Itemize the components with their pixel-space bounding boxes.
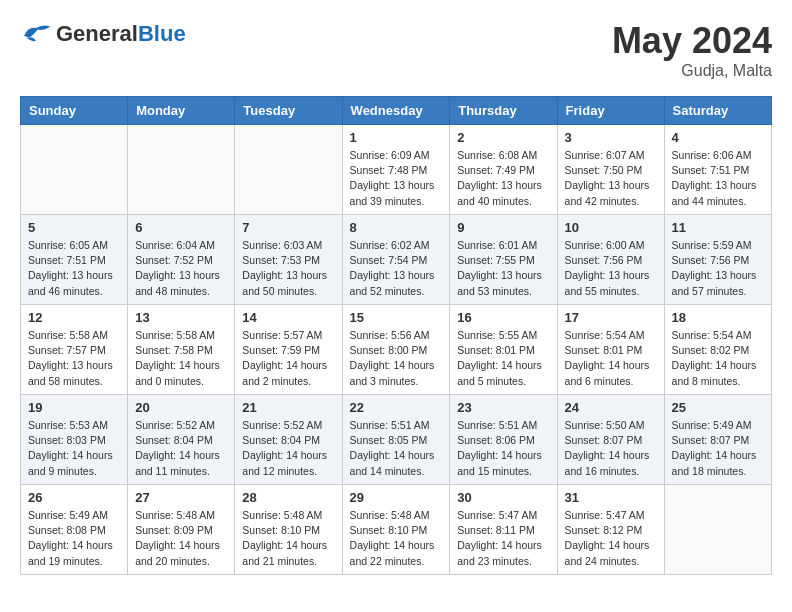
day-number: 13 <box>135 310 227 325</box>
calendar-week-row: 19Sunrise: 5:53 AM Sunset: 8:03 PM Dayli… <box>21 395 772 485</box>
day-number: 6 <box>135 220 227 235</box>
calendar-cell: 27Sunrise: 5:48 AM Sunset: 8:09 PM Dayli… <box>128 485 235 575</box>
day-info: Sunrise: 5:47 AM Sunset: 8:11 PM Dayligh… <box>457 508 549 569</box>
day-info: Sunrise: 5:59 AM Sunset: 7:56 PM Dayligh… <box>672 238 764 299</box>
calendar-day-header: Thursday <box>450 97 557 125</box>
calendar-week-row: 5Sunrise: 6:05 AM Sunset: 7:51 PM Daylig… <box>21 215 772 305</box>
calendar-cell: 2Sunrise: 6:08 AM Sunset: 7:49 PM Daylig… <box>450 125 557 215</box>
day-number: 22 <box>350 400 443 415</box>
calendar-cell: 21Sunrise: 5:52 AM Sunset: 8:04 PM Dayli… <box>235 395 342 485</box>
day-info: Sunrise: 6:04 AM Sunset: 7:52 PM Dayligh… <box>135 238 227 299</box>
location-label: Gudja, Malta <box>612 62 772 80</box>
day-number: 24 <box>565 400 657 415</box>
logo-blue: Blue <box>138 21 186 46</box>
calendar-cell: 5Sunrise: 6:05 AM Sunset: 7:51 PM Daylig… <box>21 215 128 305</box>
day-info: Sunrise: 5:52 AM Sunset: 8:04 PM Dayligh… <box>135 418 227 479</box>
calendar-week-row: 26Sunrise: 5:49 AM Sunset: 8:08 PM Dayli… <box>21 485 772 575</box>
day-number: 7 <box>242 220 334 235</box>
calendar-day-header: Friday <box>557 97 664 125</box>
calendar-cell: 8Sunrise: 6:02 AM Sunset: 7:54 PM Daylig… <box>342 215 450 305</box>
day-number: 11 <box>672 220 764 235</box>
calendar-day-header: Monday <box>128 97 235 125</box>
calendar-table: SundayMondayTuesdayWednesdayThursdayFrid… <box>20 96 772 575</box>
day-info: Sunrise: 5:48 AM Sunset: 8:10 PM Dayligh… <box>242 508 334 569</box>
title-block: May 2024 Gudja, Malta <box>612 20 772 80</box>
day-number: 12 <box>28 310 120 325</box>
calendar-cell: 28Sunrise: 5:48 AM Sunset: 8:10 PM Dayli… <box>235 485 342 575</box>
day-number: 8 <box>350 220 443 235</box>
day-number: 26 <box>28 490 120 505</box>
calendar-cell: 10Sunrise: 6:00 AM Sunset: 7:56 PM Dayli… <box>557 215 664 305</box>
day-number: 20 <box>135 400 227 415</box>
day-info: Sunrise: 6:05 AM Sunset: 7:51 PM Dayligh… <box>28 238 120 299</box>
calendar-day-header: Tuesday <box>235 97 342 125</box>
day-number: 4 <box>672 130 764 145</box>
calendar-cell: 25Sunrise: 5:49 AM Sunset: 8:07 PM Dayli… <box>664 395 771 485</box>
calendar-cell: 4Sunrise: 6:06 AM Sunset: 7:51 PM Daylig… <box>664 125 771 215</box>
calendar-cell: 1Sunrise: 6:09 AM Sunset: 7:48 PM Daylig… <box>342 125 450 215</box>
day-info: Sunrise: 5:51 AM Sunset: 8:05 PM Dayligh… <box>350 418 443 479</box>
day-number: 21 <box>242 400 334 415</box>
day-number: 27 <box>135 490 227 505</box>
logo-text: GeneralBlue <box>56 21 186 47</box>
logo: GeneralBlue <box>20 20 186 48</box>
day-info: Sunrise: 5:54 AM Sunset: 8:02 PM Dayligh… <box>672 328 764 389</box>
day-info: Sunrise: 5:52 AM Sunset: 8:04 PM Dayligh… <box>242 418 334 479</box>
day-number: 25 <box>672 400 764 415</box>
day-number: 19 <box>28 400 120 415</box>
calendar-week-row: 12Sunrise: 5:58 AM Sunset: 7:57 PM Dayli… <box>21 305 772 395</box>
day-number: 1 <box>350 130 443 145</box>
calendar-cell: 12Sunrise: 5:58 AM Sunset: 7:57 PM Dayli… <box>21 305 128 395</box>
calendar-cell: 20Sunrise: 5:52 AM Sunset: 8:04 PM Dayli… <box>128 395 235 485</box>
day-number: 16 <box>457 310 549 325</box>
day-info: Sunrise: 5:58 AM Sunset: 7:58 PM Dayligh… <box>135 328 227 389</box>
day-info: Sunrise: 6:09 AM Sunset: 7:48 PM Dayligh… <box>350 148 443 209</box>
calendar-cell: 18Sunrise: 5:54 AM Sunset: 8:02 PM Dayli… <box>664 305 771 395</box>
calendar-header-row: SundayMondayTuesdayWednesdayThursdayFrid… <box>21 97 772 125</box>
day-info: Sunrise: 6:08 AM Sunset: 7:49 PM Dayligh… <box>457 148 549 209</box>
day-info: Sunrise: 6:07 AM Sunset: 7:50 PM Dayligh… <box>565 148 657 209</box>
calendar-cell: 31Sunrise: 5:47 AM Sunset: 8:12 PM Dayli… <box>557 485 664 575</box>
calendar-cell: 29Sunrise: 5:48 AM Sunset: 8:10 PM Dayli… <box>342 485 450 575</box>
calendar-cell: 30Sunrise: 5:47 AM Sunset: 8:11 PM Dayli… <box>450 485 557 575</box>
page-header: GeneralBlue May 2024 Gudja, Malta <box>20 20 772 80</box>
calendar-cell: 26Sunrise: 5:49 AM Sunset: 8:08 PM Dayli… <box>21 485 128 575</box>
calendar-cell: 23Sunrise: 5:51 AM Sunset: 8:06 PM Dayli… <box>450 395 557 485</box>
calendar-cell: 22Sunrise: 5:51 AM Sunset: 8:05 PM Dayli… <box>342 395 450 485</box>
calendar-cell: 13Sunrise: 5:58 AM Sunset: 7:58 PM Dayli… <box>128 305 235 395</box>
day-number: 10 <box>565 220 657 235</box>
day-info: Sunrise: 5:48 AM Sunset: 8:10 PM Dayligh… <box>350 508 443 569</box>
calendar-day-header: Saturday <box>664 97 771 125</box>
calendar-day-header: Sunday <box>21 97 128 125</box>
day-info: Sunrise: 5:49 AM Sunset: 8:07 PM Dayligh… <box>672 418 764 479</box>
day-info: Sunrise: 6:02 AM Sunset: 7:54 PM Dayligh… <box>350 238 443 299</box>
day-info: Sunrise: 6:01 AM Sunset: 7:55 PM Dayligh… <box>457 238 549 299</box>
day-info: Sunrise: 5:53 AM Sunset: 8:03 PM Dayligh… <box>28 418 120 479</box>
day-info: Sunrise: 5:47 AM Sunset: 8:12 PM Dayligh… <box>565 508 657 569</box>
calendar-cell: 24Sunrise: 5:50 AM Sunset: 8:07 PM Dayli… <box>557 395 664 485</box>
day-number: 28 <box>242 490 334 505</box>
calendar-cell: 3Sunrise: 6:07 AM Sunset: 7:50 PM Daylig… <box>557 125 664 215</box>
day-info: Sunrise: 6:03 AM Sunset: 7:53 PM Dayligh… <box>242 238 334 299</box>
day-info: Sunrise: 6:06 AM Sunset: 7:51 PM Dayligh… <box>672 148 764 209</box>
day-info: Sunrise: 5:50 AM Sunset: 8:07 PM Dayligh… <box>565 418 657 479</box>
day-number: 18 <box>672 310 764 325</box>
calendar-cell: 16Sunrise: 5:55 AM Sunset: 8:01 PM Dayli… <box>450 305 557 395</box>
day-number: 5 <box>28 220 120 235</box>
day-info: Sunrise: 5:55 AM Sunset: 8:01 PM Dayligh… <box>457 328 549 389</box>
calendar-week-row: 1Sunrise: 6:09 AM Sunset: 7:48 PM Daylig… <box>21 125 772 215</box>
day-number: 29 <box>350 490 443 505</box>
calendar-cell <box>21 125 128 215</box>
calendar-cell: 9Sunrise: 6:01 AM Sunset: 7:55 PM Daylig… <box>450 215 557 305</box>
calendar-cell <box>128 125 235 215</box>
day-number: 30 <box>457 490 549 505</box>
day-number: 9 <box>457 220 549 235</box>
day-number: 23 <box>457 400 549 415</box>
calendar-day-header: Wednesday <box>342 97 450 125</box>
day-info: Sunrise: 5:51 AM Sunset: 8:06 PM Dayligh… <box>457 418 549 479</box>
day-number: 15 <box>350 310 443 325</box>
calendar-cell <box>235 125 342 215</box>
calendar-cell: 15Sunrise: 5:56 AM Sunset: 8:00 PM Dayli… <box>342 305 450 395</box>
day-number: 14 <box>242 310 334 325</box>
logo-general: General <box>56 21 138 46</box>
